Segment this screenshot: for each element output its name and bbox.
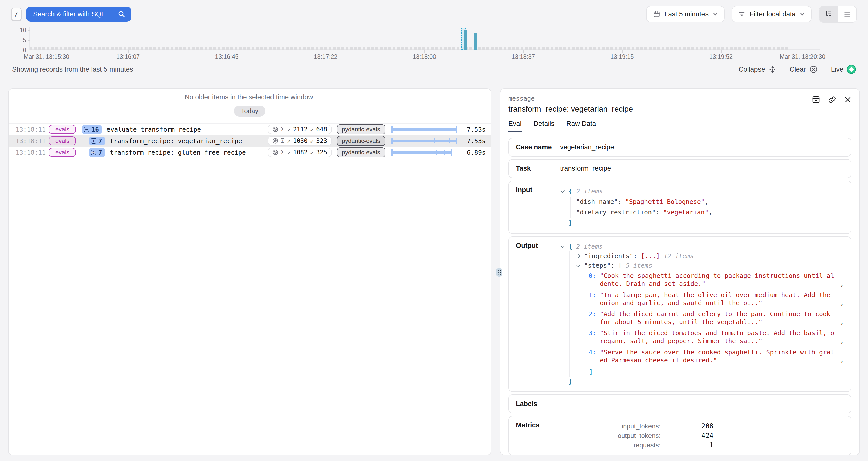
- tree-view-toggle[interactable]: [819, 6, 838, 22]
- metric-value: 424: [660, 431, 713, 440]
- comma: ,: [840, 280, 844, 288]
- token-stats-chip[interactable]: Σ ↗ 1030 ↙ 323: [268, 136, 332, 146]
- step-text: "Add the diced carrot and celery to the …: [600, 310, 837, 326]
- down-token-count: 325: [316, 149, 327, 156]
- logfire-app: / Search & filter with SQL... Last 5 min…: [0, 0, 868, 461]
- tab-eval[interactable]: Eval: [508, 120, 522, 132]
- y-axis-tick: [28, 40, 30, 41]
- histogram-bar[interactable]: [464, 30, 467, 50]
- trace-row[interactable]: 13:18:11 evals + 7 transform_recipe: glu…: [8, 147, 491, 158]
- expand-node-icon[interactable]: [576, 254, 581, 258]
- tab-details[interactable]: Details: [534, 120, 555, 132]
- x-axis-tick: [326, 50, 326, 53]
- metric-value: 208: [660, 421, 713, 431]
- search-button[interactable]: Search & filter with SQL...: [26, 6, 131, 22]
- collapse-node-icon[interactable]: [561, 244, 565, 248]
- x-axis-tick-label: 13:18:37: [512, 53, 535, 60]
- time-range-button[interactable]: Last 5 minutes: [646, 6, 724, 22]
- step-text: "Cook the spaghetti according to package…: [600, 272, 837, 288]
- dock-panel-icon[interactable]: [812, 95, 820, 104]
- metric-row: output_tokens: 424: [560, 431, 844, 440]
- y-axis-tick-label: 10: [20, 27, 26, 34]
- metric-value: 1: [660, 440, 713, 450]
- field-label: Case name: [516, 143, 560, 151]
- day-separator-pill: Today: [234, 106, 265, 117]
- comma: ,: [840, 299, 844, 307]
- live-status-icon: [847, 65, 856, 74]
- box-minus-icon: −: [84, 127, 89, 132]
- open-brace: {: [569, 243, 572, 250]
- top-bar: / Search & filter with SQL... Last 5 min…: [0, 0, 868, 23]
- histogram-bar[interactable]: [474, 33, 477, 50]
- x-axis-tick: [721, 50, 721, 53]
- token-stats-chip[interactable]: Σ ↗ 1082 ↙ 325: [268, 148, 332, 157]
- metric-name: requests:: [560, 440, 660, 450]
- live-toggle[interactable]: Live: [831, 65, 856, 74]
- x-axis-tick-label: 13:17:22: [314, 53, 337, 60]
- live-label: Live: [831, 65, 843, 73]
- task-field: Task transform_recipe: [508, 159, 851, 178]
- arrow-down-left-icon: ↙: [310, 137, 314, 144]
- list-view-toggle[interactable]: [838, 6, 857, 22]
- up-token-count: 1082: [293, 149, 308, 156]
- child-count: 7: [98, 137, 102, 145]
- x-axis: Mar 31. 13:15:30 13:16:07 13:16:45 13:17…: [29, 50, 820, 61]
- x-axis-tick-label: 13:18:00: [413, 53, 436, 60]
- service-pill[interactable]: evals: [49, 148, 76, 157]
- tree-connector: [91, 152, 95, 153]
- duration-bar: [391, 137, 457, 144]
- main-panels: No older items in the selected time wind…: [8, 88, 860, 456]
- tokens-coin-icon: [272, 126, 278, 132]
- service-pill[interactable]: evals: [49, 125, 76, 134]
- collapse-button[interactable]: Collapse: [739, 65, 777, 73]
- search-label: Search & filter with SQL...: [33, 10, 111, 18]
- trace-row[interactable]: 13:18:11 evals − 16 evaluate transform_r…: [8, 124, 491, 135]
- comma: ,: [840, 318, 844, 326]
- arrow-down-left-icon: ↙: [310, 149, 314, 156]
- row-timestamp: 13:18:11: [16, 137, 45, 145]
- collapsed-array[interactable]: [...]: [641, 252, 660, 259]
- calendar-icon: [653, 10, 660, 18]
- duration-bar: [391, 126, 457, 133]
- close-icon[interactable]: [844, 95, 852, 104]
- scope-tag[interactable]: pydantic-evals: [337, 147, 385, 157]
- trace-rows: 13:18:11 evals − 16 evaluate transform_r…: [8, 123, 491, 158]
- x-axis-tick-label: Mar 31. 13:15:30: [24, 53, 69, 60]
- slash-shortcut-key: /: [11, 7, 22, 21]
- chevron-down-icon: [800, 11, 805, 17]
- collapse-label: Collapse: [739, 65, 765, 73]
- record-kind-label: message: [508, 95, 851, 102]
- collapse-node-icon[interactable]: [561, 189, 565, 193]
- collapse-node-icon[interactable]: [576, 263, 581, 267]
- scope-tag[interactable]: pydantic-evals: [337, 136, 385, 146]
- token-stats-chip[interactable]: Σ ↗ 2112 ↙ 648: [268, 125, 332, 134]
- steps-entry: "steps": [ 5 items: [576, 261, 844, 270]
- open-bracket: [: [618, 262, 622, 269]
- step-item: 3: "Stir in the diced tomatoes and tomat…: [586, 329, 844, 345]
- service-pill[interactable]: evals: [49, 136, 76, 145]
- clear-button[interactable]: Clear: [789, 65, 818, 73]
- copy-link-icon[interactable]: [828, 95, 836, 104]
- showing-records-label: Showing records from the last 5 minutes: [12, 65, 133, 73]
- step-item: 4: "Serve the sauce over the cooked spag…: [586, 348, 844, 364]
- eval-tab-content: Case name vegetarian_recipe Task transfo…: [500, 132, 860, 455]
- histogram-plot-area[interactable]: 10 5 0: [29, 27, 820, 50]
- scope-tag[interactable]: pydantic-evals: [337, 124, 385, 134]
- y-axis-tick-label: 5: [23, 37, 26, 44]
- array-index: 4:: [586, 348, 596, 364]
- field-label: Input: [516, 186, 560, 228]
- tab-raw-data[interactable]: Raw Data: [566, 120, 596, 132]
- filter-local-data-button[interactable]: Filter local data: [732, 6, 812, 22]
- sigma-icon: Σ: [281, 149, 284, 156]
- filter-icon: [738, 10, 746, 18]
- trace-row-selected[interactable]: 13:18:11 evals + 7 transform_recipe: veg…: [8, 135, 491, 147]
- collapse-children-badge[interactable]: − 16: [82, 125, 102, 134]
- view-mode-toggle: [819, 5, 857, 23]
- records-histogram: 10 5 0 Mar 31. 13:15:30 13:16:07 13:16:4…: [29, 27, 820, 61]
- panel-resize-handle[interactable]: [496, 268, 502, 277]
- json-entry: "dish_name": "Spaghetti Bolognese",: [576, 196, 844, 207]
- span-name: evaluate transform_recipe: [106, 126, 201, 133]
- json-key: "steps":: [584, 262, 618, 269]
- y-axis-tick: [28, 30, 30, 31]
- close-brace: }: [569, 378, 572, 385]
